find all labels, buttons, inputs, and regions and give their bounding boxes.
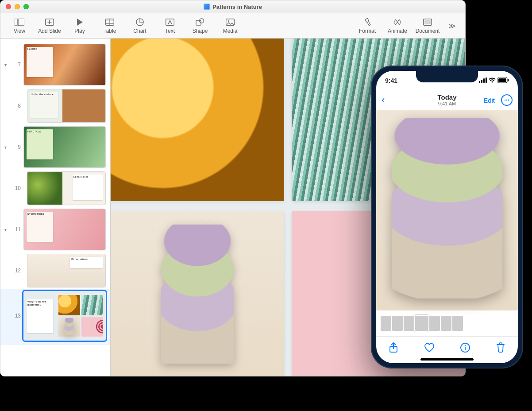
shape-icon <box>196 17 204 27</box>
slide-title: LAYERS <box>27 48 52 50</box>
slide-thumbnail-10[interactable]: 10 Look closer <box>0 170 110 207</box>
slide-number: 9 <box>11 144 21 150</box>
document-button[interactable]: Document <box>413 13 442 38</box>
window-controls <box>0 4 29 9</box>
svg-point-7 <box>200 19 204 23</box>
trash-icon[interactable] <box>496 342 505 355</box>
add-slide-button[interactable]: Add Slide <box>35 13 64 38</box>
format-label: Format <box>359 28 376 34</box>
table-label: Table <box>104 28 116 34</box>
slide-title: SYMMETRIES <box>27 213 52 215</box>
toolbar: View Add Slide Play Table Chart <box>0 13 465 39</box>
filmstrip-thumb[interactable] <box>429 316 440 331</box>
document-label: Document <box>416 28 440 34</box>
filmstrip-thumb[interactable] <box>404 316 414 331</box>
chart-icon <box>136 17 144 27</box>
filmstrip-thumb[interactable] <box>441 316 451 331</box>
disclosure-icon[interactable]: ▾ <box>2 226 8 233</box>
media-button[interactable]: Media <box>216 13 245 38</box>
text-button[interactable]: Text <box>155 13 185 38</box>
slide-navigator[interactable]: ▾ 7 LAYERS 8 Under the surface <box>0 39 111 376</box>
window-title: Patterns in Nature <box>0 0 465 13</box>
toolbar-overflow-button[interactable]: ≫ <box>443 13 461 38</box>
add-slide-label: Add Slide <box>38 28 61 34</box>
play-icon <box>76 17 83 27</box>
zoom-window-button[interactable] <box>23 4 29 9</box>
slide-thumbnail-9[interactable]: ▾ 9 FRACTALS <box>0 124 110 170</box>
status-time: 9:41 <box>385 77 397 84</box>
media-icon <box>226 17 235 27</box>
navbar-title-sub: 9:41 AM <box>376 101 518 106</box>
filmstrip[interactable] <box>376 310 518 336</box>
svg-point-9 <box>228 20 229 22</box>
minimize-window-button[interactable] <box>15 4 20 9</box>
svg-rect-11 <box>424 20 431 24</box>
iphone-device: 9:41 ‹ Today 9:41 AM Edit ⋯ <box>371 66 523 368</box>
svg-rect-14 <box>483 78 485 83</box>
slide-number: 10 <box>11 185 21 191</box>
format-button[interactable]: Format <box>353 13 382 38</box>
chart-button[interactable]: Chart <box>125 13 154 38</box>
iphone-screen: 9:41 ‹ Today 9:41 AM Edit ⋯ <box>376 71 518 363</box>
media-label: Media <box>223 28 238 34</box>
svg-rect-13 <box>481 80 482 83</box>
shape-button[interactable]: Shape <box>185 13 215 38</box>
slide-title: FRACTALS <box>27 130 52 133</box>
slide-number: 13 <box>11 313 21 319</box>
plus-icon <box>45 17 54 27</box>
slide-thumbnail-11[interactable]: ▾ 11 SYMMETRIES <box>0 207 110 252</box>
slide-title: Mirror, mirror <box>71 258 102 260</box>
heart-icon[interactable] <box>424 343 435 355</box>
wifi-icon <box>489 78 496 84</box>
svg-rect-0 <box>15 19 17 26</box>
animate-icon <box>393 17 402 27</box>
shape-label: Shape <box>193 28 208 34</box>
photo-viewer[interactable] <box>376 110 518 310</box>
navbar-title-main: Today <box>376 94 518 101</box>
document-icon <box>204 4 210 10</box>
chevron-double-right-icon: ≫ <box>448 21 456 31</box>
battery-icon <box>497 78 509 84</box>
svg-rect-12 <box>479 81 480 83</box>
info-icon[interactable] <box>460 343 470 355</box>
filmstrip-thumb-selected[interactable] <box>415 316 428 331</box>
share-icon[interactable] <box>389 342 398 355</box>
cellular-icon <box>479 78 487 84</box>
slide-title: Look closer <box>73 175 102 178</box>
table-icon <box>105 17 114 27</box>
document-slide-icon <box>423 17 432 27</box>
play-button[interactable]: Play <box>65 13 94 38</box>
text-label: Text <box>165 28 175 34</box>
view-button[interactable]: View <box>5 13 34 38</box>
text-icon <box>166 17 174 27</box>
svg-rect-1 <box>18 19 24 26</box>
slide-number: 11 <box>11 226 21 233</box>
window-title-text: Patterns in Nature <box>212 4 262 10</box>
svg-point-21 <box>465 345 466 346</box>
slide-number: 12 <box>11 268 21 274</box>
navbar-title: Today 9:41 AM <box>376 94 518 107</box>
view-icon <box>15 17 24 27</box>
filmstrip-thumb[interactable] <box>392 316 403 331</box>
disclosure-icon[interactable]: ▾ <box>2 62 8 68</box>
play-label: Play <box>74 28 85 34</box>
svg-rect-22 <box>465 347 466 350</box>
table-button[interactable]: Table <box>95 13 124 38</box>
animate-button[interactable]: Animate <box>383 13 412 38</box>
view-label: View <box>14 28 25 34</box>
chart-label: Chart <box>133 28 146 34</box>
slide-thumbnail-7[interactable]: ▾ 7 LAYERS <box>0 42 110 87</box>
image-sea-urchins[interactable] <box>111 211 284 376</box>
image-honeycomb[interactable] <box>111 39 284 201</box>
slide-number: 8 <box>11 103 21 109</box>
slide-title: Under the surface <box>31 93 58 96</box>
filmstrip-thumb[interactable] <box>452 316 463 331</box>
close-window-button[interactable] <box>6 4 11 9</box>
disclosure-icon[interactable]: ▾ <box>2 144 8 150</box>
slide-number: 7 <box>11 62 21 68</box>
slide-thumbnail-13[interactable]: 13 Why look for patterns? <box>0 289 110 345</box>
filmstrip-thumb[interactable] <box>381 316 391 331</box>
slide-thumbnail-8[interactable]: 8 Under the surface <box>0 87 110 124</box>
home-indicator[interactable] <box>420 358 474 361</box>
slide-thumbnail-12[interactable]: 12 Mirror, mirror <box>0 252 110 289</box>
